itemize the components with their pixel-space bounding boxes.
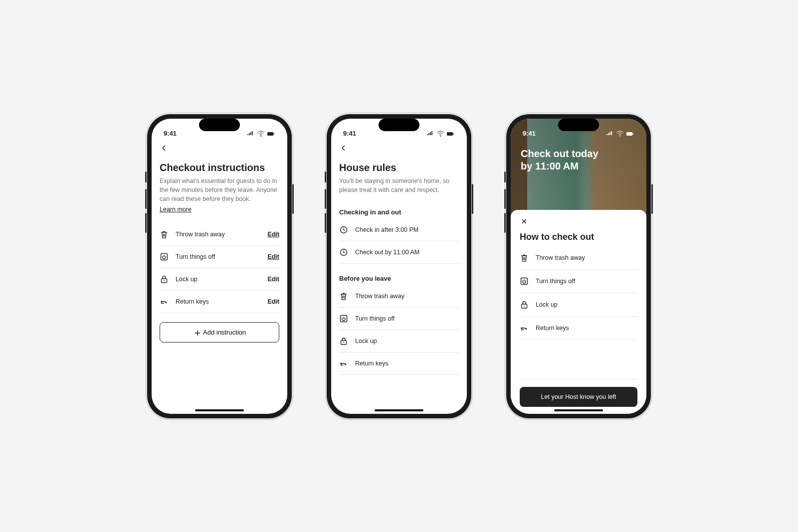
list-item-label: Throw trash away bbox=[536, 254, 637, 261]
checkout-sheet: How to check out Throw trash awayTurn th… bbox=[511, 210, 646, 414]
learn-more-link[interactable]: Learn more bbox=[160, 206, 192, 213]
list-item-label: Check in after 3:00 PM bbox=[355, 226, 459, 233]
phone-checkout-instructions: 9:41 Checkout instructions Explain what'… bbox=[147, 114, 292, 418]
list-item-label: Turn things off bbox=[176, 253, 260, 260]
edit-button[interactable]: Edit bbox=[267, 276, 279, 283]
close-icon bbox=[520, 217, 527, 224]
battery-icon bbox=[266, 129, 275, 137]
keys-icon bbox=[160, 297, 169, 306]
list-item-label: Lock up bbox=[355, 338, 459, 345]
list-item[interactable]: Throw trash away bbox=[520, 246, 637, 270]
trash-icon bbox=[520, 253, 529, 262]
power-icon bbox=[520, 277, 529, 286]
list-item-label: Return keys bbox=[536, 325, 637, 332]
power-icon bbox=[339, 314, 348, 323]
list-item[interactable]: Turn things off bbox=[520, 270, 637, 293]
hero-title-line2: by 11:00 AM bbox=[521, 160, 636, 173]
list-item: Return keysEdit bbox=[160, 291, 279, 313]
list-item-label: Return keys bbox=[355, 360, 459, 367]
clock-icon bbox=[339, 248, 348, 257]
list-item[interactable]: Throw trash away bbox=[339, 285, 459, 308]
page-subtitle: Explain what's essential for guests to d… bbox=[160, 177, 279, 203]
edit-button[interactable]: Edit bbox=[267, 231, 279, 238]
phone-checkout-sheet: 9:41 Check out today by 11:00 AM How to … bbox=[506, 114, 651, 418]
close-button[interactable] bbox=[520, 217, 637, 225]
wifi-icon bbox=[615, 129, 623, 137]
cellular-icon bbox=[426, 129, 434, 137]
edit-button[interactable]: Edit bbox=[267, 253, 279, 260]
list-item: Turn things offEdit bbox=[160, 246, 279, 268]
add-instruction-label: Add instruction bbox=[203, 329, 246, 336]
list-item[interactable]: Return keys bbox=[520, 317, 637, 340]
cellular-icon bbox=[246, 129, 254, 137]
list-item-label: Lock up bbox=[176, 276, 260, 283]
edit-button[interactable]: Edit bbox=[267, 298, 279, 305]
page-subtitle: You'll be staying in someone's home, so … bbox=[339, 177, 459, 194]
keys-icon bbox=[520, 324, 529, 333]
list-item-label: Throw trash away bbox=[355, 293, 459, 300]
list-item: Throw trash awayEdit bbox=[160, 223, 279, 246]
page-title: House rules bbox=[339, 162, 459, 174]
power-icon bbox=[160, 252, 169, 261]
status-time: 9:41 bbox=[523, 130, 536, 137]
list-item-label: Turn things off bbox=[355, 315, 459, 322]
list-item[interactable]: Lock up bbox=[520, 293, 637, 317]
list-item-label: Check out by 11:00 AM bbox=[355, 249, 459, 256]
chevron-left-icon bbox=[339, 144, 347, 152]
status-time: 9:41 bbox=[343, 130, 356, 137]
sheet-title: How to check out bbox=[520, 232, 637, 242]
lock-icon bbox=[520, 300, 529, 309]
clock-icon bbox=[339, 225, 348, 234]
add-instruction-button[interactable]: Add instruction bbox=[160, 322, 279, 343]
wifi-icon bbox=[256, 129, 264, 137]
section-before-leave-label: Before you leave bbox=[339, 275, 459, 282]
wifi-icon bbox=[436, 129, 444, 137]
plus-icon bbox=[193, 329, 200, 336]
list-item-label: Return keys bbox=[176, 298, 260, 305]
list-item: Lock upEdit bbox=[160, 268, 279, 291]
keys-icon bbox=[339, 359, 348, 368]
notify-host-button[interactable]: Let your Host know you left bbox=[520, 387, 637, 407]
phone-house-rules: 9:41 House rules You'll be staying in so… bbox=[327, 114, 471, 418]
list-item-label: Turn things off bbox=[536, 278, 637, 285]
trash-icon bbox=[339, 292, 348, 301]
section-checking-label: Checking in and out bbox=[339, 208, 459, 216]
back-button[interactable] bbox=[160, 139, 279, 157]
trash-icon bbox=[160, 230, 169, 239]
list-item-label: Lock up bbox=[536, 301, 637, 308]
hero-title-line1: Check out today bbox=[521, 148, 636, 160]
list-item[interactable]: Return keys bbox=[339, 353, 459, 375]
cellular-icon bbox=[605, 129, 613, 137]
list-item[interactable]: Lock up bbox=[339, 330, 459, 353]
lock-icon bbox=[339, 337, 348, 346]
back-button[interactable] bbox=[339, 139, 459, 157]
battery-icon bbox=[625, 129, 634, 137]
page-title: Checkout instructions bbox=[160, 162, 279, 174]
list-item[interactable]: Check in after 3:00 PM bbox=[339, 219, 459, 241]
chevron-left-icon bbox=[160, 144, 168, 152]
battery-icon bbox=[446, 129, 455, 137]
list-item[interactable]: Turn things off bbox=[339, 308, 459, 330]
status-time: 9:41 bbox=[164, 130, 177, 137]
list-item[interactable]: Check out by 11:00 AM bbox=[339, 241, 459, 264]
list-item-label: Throw trash away bbox=[176, 231, 260, 238]
lock-icon bbox=[160, 275, 169, 284]
